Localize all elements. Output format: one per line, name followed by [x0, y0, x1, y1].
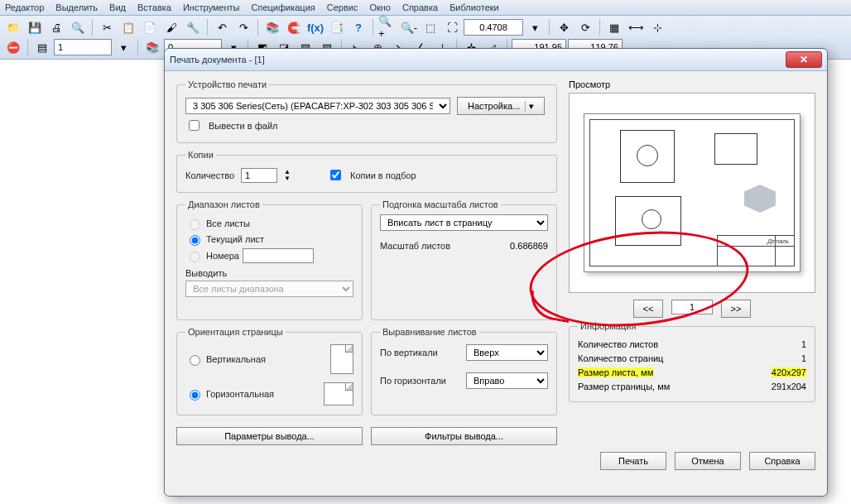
help-icon[interactable]: ? — [349, 17, 368, 37]
pan-icon[interactable]: ✥ — [554, 17, 574, 37]
brush-icon[interactable]: 🖌 — [161, 17, 181, 37]
fit-mode-select[interactable]: Вписать лист в страницу — [380, 214, 548, 231]
preview-area: Деталь — [569, 93, 815, 293]
open-icon[interactable]: 📁 — [3, 17, 23, 37]
print-to-file-checkbox[interactable] — [189, 120, 200, 131]
orient-v-radio[interactable] — [190, 355, 200, 366]
redraw-icon[interactable]: ⟳ — [575, 17, 595, 37]
scale-value: 0.686869 — [510, 241, 548, 251]
layer-input[interactable] — [54, 39, 112, 55]
range-group: Диапазон листов Все листы Текущий лист Н… — [176, 199, 363, 320]
paste-icon[interactable]: 📄 — [140, 17, 160, 37]
preview-icon[interactable]: 🔍 — [68, 17, 88, 37]
orientation-group: Ориентация страницы Вертикальная Горизон… — [176, 327, 363, 415]
help-button[interactable]: Справка — [749, 452, 815, 470]
menu-editor[interactable]: Редактор — [5, 2, 44, 12]
dialog-title: Печать документа - [1] — [170, 55, 786, 65]
portrait-icon — [330, 344, 353, 374]
snap-icon[interactable]: ⊹ — [647, 17, 667, 37]
fx-icon[interactable]: f(x) — [305, 17, 325, 37]
qty-down-icon[interactable]: ▼ — [284, 175, 291, 182]
zoom-out-icon[interactable]: 🔍- — [399, 17, 419, 37]
copy-icon[interactable]: 📋 — [118, 17, 138, 37]
preview-sheet: Деталь — [584, 113, 801, 272]
info-sheet-size: Размер листа, мм420x297 — [578, 367, 806, 378]
output-filters-button[interactable]: Фильтры вывода... — [371, 427, 557, 445]
menu-libraries[interactable]: Библиотеки — [450, 2, 499, 12]
align-h-select[interactable]: Вправо — [466, 372, 548, 389]
align-v-select[interactable]: Вверх — [466, 344, 548, 361]
cancel-button[interactable]: Отмена — [675, 452, 741, 470]
info-group: Информация Количество листов1 Количество… — [569, 321, 815, 402]
align-legend: Выравнивание листов — [380, 327, 479, 337]
range-legend: Диапазон листов — [185, 199, 262, 209]
align-v-label: По вертикали — [380, 348, 459, 358]
info-legend: Информация — [578, 321, 638, 331]
zoom-window-icon[interactable]: ⬚ — [421, 17, 440, 37]
menu-view[interactable]: Вид — [109, 2, 126, 12]
range-numbers-radio — [190, 252, 200, 262]
info-pages: Количество страниц1 — [578, 353, 806, 364]
info-page-size: Размер страницы, мм291x204 — [578, 381, 806, 392]
device-legend: Устройство печати — [185, 79, 269, 89]
dialog-titlebar[interactable]: Печать документа - [1] ✕ — [165, 49, 827, 71]
device-select[interactable]: 3 305 306 Series(Сеть) (EPACABF7:XP-302 … — [185, 98, 450, 114]
orient-h-label: Горизонтальная — [206, 389, 274, 399]
zoom-value-input[interactable] — [464, 19, 523, 36]
print-to-file-label: Вывести в файл — [209, 121, 277, 131]
output-select: Все листы диапазона — [185, 281, 353, 297]
copies-group: Копии Количество ▲▼ Копии в подбор — [176, 150, 557, 193]
landscape-icon — [324, 382, 353, 406]
menu-insert[interactable]: Вставка — [137, 2, 171, 12]
close-button[interactable]: ✕ — [786, 51, 822, 68]
properties-icon[interactable]: 🔧 — [183, 17, 203, 37]
chevron-down-icon[interactable]: ▾ — [525, 17, 545, 37]
align-group: Выравнивание листов По вертикали Вверх П… — [371, 327, 557, 415]
magnet-icon[interactable]: 🧲 — [284, 17, 304, 37]
zoom-in-icon[interactable]: 🔍+ — [377, 17, 397, 37]
preview-isometric-icon — [744, 185, 776, 213]
range-numbers-input — [243, 248, 314, 263]
output-params-button[interactable]: Параметры вывода... — [176, 427, 363, 445]
device-settings-button[interactable]: Настройка...▾ — [457, 97, 545, 115]
collate-checkbox[interactable] — [330, 170, 341, 180]
menu-bar: Редактор Выделить Вид Вставка Инструмент… — [0, 0, 851, 16]
save-icon[interactable]: 💾 — [25, 17, 45, 37]
info-sheets: Количество листов1 — [578, 338, 806, 350]
menu-help[interactable]: Справка — [402, 2, 438, 12]
copies-legend: Копии — [185, 150, 216, 160]
fit-group: Подгонка масштаба листов Вписать лист в … — [371, 199, 557, 320]
zoom-fit-icon[interactable]: ⛶ — [442, 17, 462, 37]
preview-detail-label: Деталь — [767, 238, 789, 244]
page-next-button[interactable]: >> — [721, 300, 751, 318]
qty-label: Количество — [185, 170, 234, 180]
preview-titleblock: Деталь — [717, 235, 794, 266]
orientation-legend: Ориентация страницы — [185, 327, 286, 337]
menu-tools[interactable]: Инструменты — [183, 2, 240, 12]
variables-icon[interactable]: 📑 — [327, 17, 347, 37]
menu-spec[interactable]: Спецификация — [252, 2, 315, 12]
page-prev-button[interactable]: << — [633, 300, 663, 318]
redo-icon[interactable]: ↷ — [233, 17, 253, 37]
grid-icon[interactable]: ▦ — [604, 17, 624, 37]
menu-select[interactable]: Выделить — [55, 2, 98, 12]
range-all-radio — [190, 219, 200, 230]
orient-h-radio[interactable] — [190, 390, 200, 401]
scale-label: Масштаб листов — [380, 241, 450, 251]
library-icon[interactable]: 📚 — [262, 17, 282, 37]
range-current-radio[interactable] — [190, 235, 200, 246]
preview-label: Просмотр — [569, 79, 815, 89]
print-button[interactable]: Печать — [600, 452, 666, 470]
output-label: Выводить — [185, 268, 227, 278]
page-number-input[interactable] — [671, 300, 713, 314]
range-current-label: Текущий лист — [206, 234, 264, 244]
menu-window[interactable]: Окно — [369, 2, 391, 12]
print-icon[interactable]: 🖨 — [46, 17, 66, 37]
range-numbers-label: Номера — [206, 251, 239, 261]
cut-icon[interactable]: ✂ — [97, 17, 117, 37]
collate-label: Копии в подбор — [350, 170, 416, 180]
menu-service[interactable]: Сервис — [327, 2, 358, 12]
qty-input[interactable] — [241, 168, 277, 183]
undo-icon[interactable]: ↶ — [212, 17, 232, 37]
dim-icon[interactable]: ⟷ — [626, 17, 646, 37]
